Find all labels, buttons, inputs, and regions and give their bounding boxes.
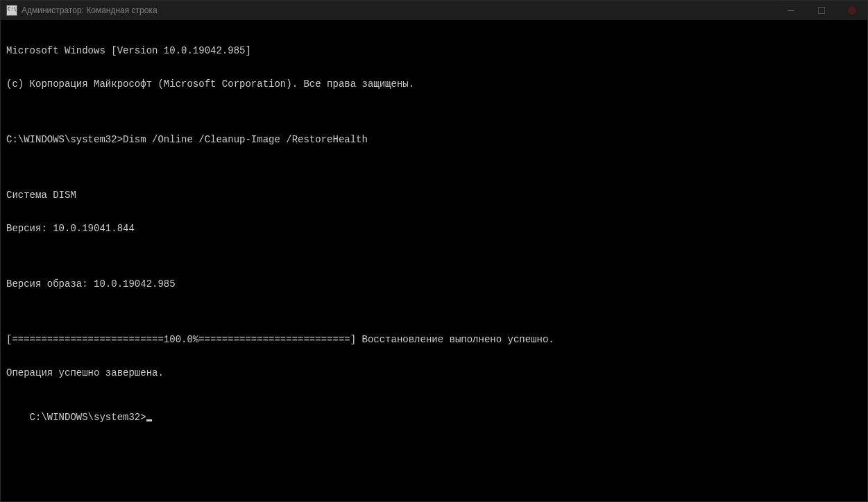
close-button[interactable]	[837, 1, 867, 20]
close-icon	[847, 6, 857, 15]
terminal-output[interactable]: Microsoft Windows [Version 10.0.19042.98…	[1, 20, 867, 501]
titlebar[interactable]: Администратор: Командная строка	[1, 1, 867, 20]
window-title: Администратор: Командная строка	[22, 6, 776, 15]
cmd-icon	[6, 5, 17, 16]
cursor	[146, 419, 152, 421]
maximize-button[interactable]	[806, 1, 837, 20]
output-line: Cистема DISM	[6, 190, 862, 201]
output-line: (c) Корпорация Майкрософт (Microsoft Cor…	[6, 78, 862, 90]
output-line: Microsoft Windows [Version 10.0.19042.98…	[6, 45, 862, 56]
minimize-button[interactable]	[776, 1, 806, 20]
output-line: Версия образа: 10.0.19042.985	[6, 278, 862, 290]
svg-point-2	[848, 6, 856, 15]
output-line: C:\WINDOWS\system32>Dism /Online /Cleanu…	[6, 134, 862, 145]
svg-rect-0	[788, 10, 794, 11]
current-prompt: C:\WINDOWS\system32>	[30, 412, 146, 423]
output-line: Операция успешно завершена.	[6, 367, 862, 378]
window-controls	[776, 1, 867, 20]
output-line: [==========================100.0%=======…	[6, 334, 862, 345]
svg-rect-1	[818, 7, 825, 14]
minimize-icon	[788, 7, 794, 14]
maximize-icon	[818, 7, 825, 14]
output-line: Версия: 10.0.19041.844	[6, 223, 862, 234]
command-prompt-window: Администратор: Командная строка Microsof…	[0, 0, 868, 502]
